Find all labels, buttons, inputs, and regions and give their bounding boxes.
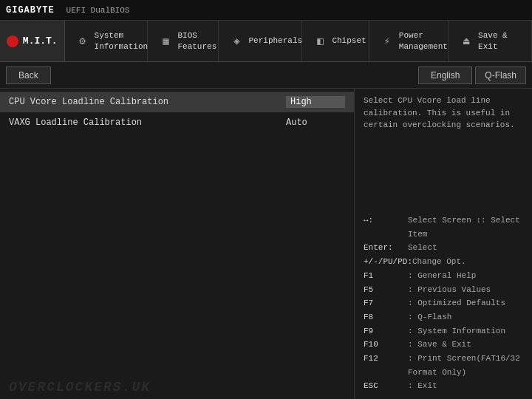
help-key-f10: F10	[364, 338, 408, 352]
help-key-enter: Enter:	[364, 241, 408, 255]
setting-name-cpu-vcore: CPU Vcore Loadline Calibration	[9, 97, 286, 107]
nav-item-bios-features[interactable]: ▦ BIOSFeatures	[148, 21, 219, 61]
help-line-f10: F10 : Save & Exit	[364, 338, 523, 352]
nav-label-peripherals: Peripherals	[248, 35, 302, 46]
help-key-f5: F5	[364, 283, 408, 297]
setting-value-cpu-vcore: High	[286, 96, 345, 108]
mit-label: M.I.T.	[23, 35, 58, 47]
help-desc-f12: : Print Screen(FAT16/32 Format Only)	[408, 352, 523, 379]
setting-name-vaxg: VAXG Loadline Calibration	[9, 117, 286, 128]
help-key-navigate: ↔:	[364, 214, 408, 241]
gigabyte-logo: GIGABYTE	[6, 5, 55, 16]
help-line-f5: F5 : Previous Values	[364, 283, 523, 297]
main-content: CPU Vcore Loadline Calibration High VAXG…	[0, 89, 532, 399]
help-line-enter: Enter: Select	[364, 241, 523, 255]
help-line-f12: F12 : Print Screen(FAT16/32 Format Only)	[364, 352, 523, 379]
nav-label-chipset: Chipset	[332, 35, 366, 46]
help-key-esc: ESC	[364, 379, 408, 393]
right-panel: Select CPU Vcore load line calibration. …	[355, 89, 532, 399]
mit-button[interactable]: M.I.T.	[0, 21, 65, 61]
setting-row-vaxg[interactable]: VAXG Loadline Calibration Auto	[0, 112, 354, 133]
bios-features-icon: ▦	[158, 34, 173, 49]
help-line-change: +/-/PU/PD: Change Opt.	[364, 255, 523, 269]
nav-item-peripherals[interactable]: ◈ Peripherals	[219, 21, 302, 61]
help-line-f8: F8 : Q-Flash	[364, 310, 523, 324]
system-information-icon: ⚙	[75, 34, 90, 49]
uefi-label: UEFI DualBIOS	[66, 6, 130, 15]
nav-label-bios-features: BIOSFeatures	[177, 30, 216, 52]
description-text: Select CPU Vcore load line calibration. …	[364, 95, 523, 132]
help-desc-navigate: Select Screen ↕: Select Item	[408, 214, 523, 241]
help-line-navigate: ↔: Select Screen ↕: Select Item	[364, 214, 523, 241]
top-bar: GIGABYTE UEFI DualBIOS	[0, 0, 532, 21]
save-exit-icon: ⏏	[459, 34, 474, 49]
help-desc-f7: : Optimized Defaults	[408, 296, 505, 310]
sub-header: Back English Q-Flash	[0, 62, 532, 89]
help-key-f7: F7	[364, 296, 408, 310]
nav-item-power-management[interactable]: ⚡ PowerManagement	[369, 21, 449, 61]
help-desc-f5: : Previous Values	[408, 283, 491, 297]
nav-item-save-exit[interactable]: ⏏ Save & Exit	[449, 21, 532, 61]
help-key-f9: F9	[364, 324, 408, 338]
help-desc-f10: : Save & Exit	[408, 338, 471, 352]
power-management-icon: ⚡	[380, 34, 395, 49]
help-desc-f9: : System Information	[408, 324, 505, 338]
help-key-change: +/-/PU/PD:	[364, 255, 412, 269]
qflash-button[interactable]: Q-Flash	[475, 66, 526, 84]
language-button[interactable]: English	[418, 66, 472, 84]
help-desc-f1: : General Help	[408, 269, 476, 283]
help-text: ↔: Select Screen ↕: Select Item Enter: S…	[364, 214, 523, 393]
help-desc-change: Change Opt.	[412, 255, 466, 269]
help-key-f1: F1	[364, 269, 408, 283]
setting-value-vaxg: Auto	[286, 117, 345, 128]
help-line-f1: F1 : General Help	[364, 269, 523, 283]
left-panel: CPU Vcore Loadline Calibration High VAXG…	[0, 89, 355, 399]
nav-item-system-information[interactable]: ⚙ SystemInformation	[65, 21, 149, 61]
chipset-icon: ◧	[313, 34, 327, 49]
help-line-f9: F9 : System Information	[364, 324, 523, 338]
help-desc-enter: Select	[408, 241, 437, 255]
back-button[interactable]: Back	[6, 66, 51, 84]
setting-row-cpu-vcore[interactable]: CPU Vcore Loadline Calibration High	[0, 92, 354, 112]
help-desc-esc: : Exit	[408, 379, 437, 393]
nav-label-system-information: SystemInformation	[95, 30, 149, 52]
mit-indicator	[7, 35, 18, 47]
help-key-f12: F12	[364, 352, 408, 379]
nav-item-chipset[interactable]: ◧ Chipset	[302, 21, 369, 61]
help-desc-f8: : Q-Flash	[408, 310, 451, 324]
peripherals-icon: ◈	[229, 34, 244, 49]
nav-bar: M.I.T. ⚙ SystemInformation ▦ BIOSFeature…	[0, 21, 532, 62]
help-line-esc: ESC : Exit	[364, 379, 523, 393]
help-key-f8: F8	[364, 310, 408, 324]
nav-label-power-management: PowerManagement	[399, 30, 448, 52]
nav-label-save-exit: Save & Exit	[478, 30, 521, 52]
help-line-f7: F7 : Optimized Defaults	[364, 296, 523, 310]
